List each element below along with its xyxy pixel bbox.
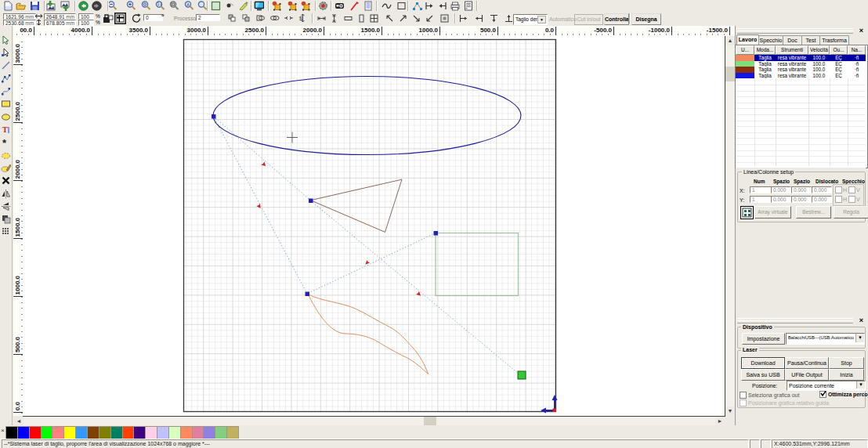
svg-text:T: T (2, 125, 8, 134)
svg-text:A: A (186, 2, 190, 7)
svg-text:*: * (2, 137, 7, 147)
svg-text:1:1: 1:1 (157, 2, 163, 6)
svg-text:$: $ (299, 16, 302, 21)
